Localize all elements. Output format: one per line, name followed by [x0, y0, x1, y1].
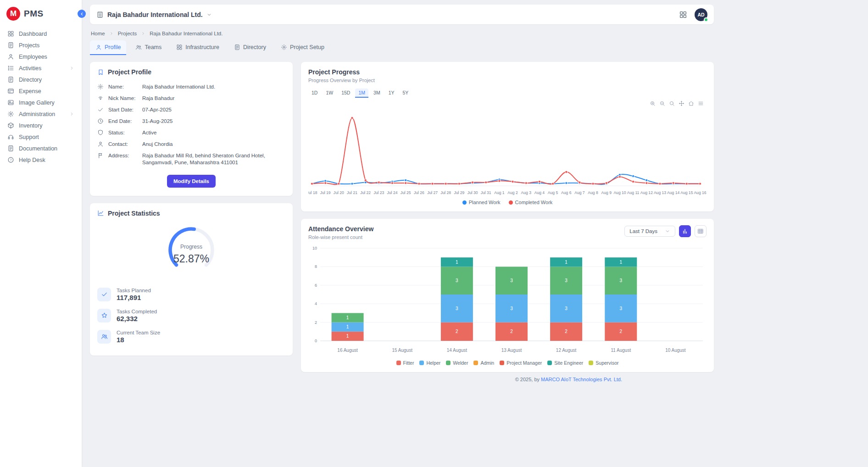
tab-label: Directory: [243, 44, 266, 50]
tab-project-setup[interactable]: Project Setup: [275, 40, 330, 55]
sidebar-item-inventory[interactable]: Inventory: [0, 120, 82, 131]
breadcrumb-home[interactable]: Home: [91, 31, 105, 36]
legend-label: Planned Work: [469, 200, 501, 205]
stat-label: Tasks Completed: [117, 309, 157, 314]
progress-line-chart[interactable]: Jul 18Jul 19Jul 20Jul 21Jul 22Jul 23Jul …: [308, 100, 707, 200]
app-logo[interactable]: M PMS: [0, 0, 82, 28]
progress-chart-legend: Planned WorkCompleted Work: [308, 200, 707, 205]
pan-icon[interactable]: [679, 100, 684, 106]
legend-item-welder[interactable]: Welder: [446, 360, 468, 366]
sidebar-item-help-desk[interactable]: ?Help Desk: [0, 154, 82, 166]
sidebar-item-directory[interactable]: Directory: [0, 74, 82, 85]
sidebar-item-image-gallery[interactable]: Image Gallery: [0, 97, 82, 108]
sidebar-item-expense[interactable]: Expense: [0, 85, 82, 97]
attendance-subtitle: Role-wise present count: [308, 234, 373, 240]
sidebar-item-support[interactable]: Support: [0, 131, 82, 143]
svg-text:2: 2: [315, 320, 317, 325]
user-avatar[interactable]: AD: [695, 8, 707, 21]
legend-item-planned-work[interactable]: Planned Work: [462, 200, 501, 205]
legend-item-project-manager[interactable]: Project Manager: [500, 360, 542, 366]
profile-fields: Name:Raja Bahadur International Ltd.Nick…: [97, 81, 285, 168]
breadcrumb-projects[interactable]: Projects: [118, 31, 137, 36]
sidebar-item-dashboard[interactable]: Dashboard: [0, 28, 82, 39]
apps-grid-button[interactable]: [679, 11, 687, 19]
content-grid: Project Profile Name:Raja Bahadur Intern…: [90, 62, 714, 372]
company-link[interactable]: MARCO AIoT Technologies Pvt. Ltd.: [541, 377, 622, 382]
menu-icon[interactable]: [698, 100, 704, 106]
stat-label: Current Team Size: [117, 330, 160, 335]
sidebar-collapse-button[interactable]: [78, 10, 86, 18]
range-1w-button[interactable]: 1W: [323, 89, 336, 98]
zoom-in-icon[interactable]: [650, 100, 656, 106]
sidebar-item-label: Administration: [19, 111, 55, 117]
legend-item-fitter[interactable]: Fitter: [396, 360, 414, 366]
svg-text:3: 3: [456, 278, 458, 283]
legend-marker: [419, 361, 424, 365]
company-switcher[interactable]: Raja Bahadur International Ltd.: [96, 11, 212, 18]
sidebar-item-activities[interactable]: Activities: [0, 62, 82, 74]
sidebar-item-employees[interactable]: Employees: [0, 51, 82, 62]
legend-marker: [462, 200, 467, 205]
svg-text:Jul 24: Jul 24: [387, 190, 398, 195]
svg-text:15 August: 15 August: [392, 348, 412, 353]
svg-text:3: 3: [565, 278, 568, 283]
sidebar-item-documentation[interactable]: Documentation: [0, 143, 82, 154]
legend-item-completed-work[interactable]: Completed Work: [509, 200, 553, 205]
range-1m-button[interactable]: 1M: [355, 89, 368, 98]
chevron-down-icon: [665, 228, 670, 234]
employees-icon: [7, 53, 14, 60]
svg-text:0: 0: [315, 339, 317, 343]
svg-text:Jul 20: Jul 20: [334, 190, 344, 195]
sidebar-item-projects[interactable]: Projects: [0, 39, 82, 51]
legend-item-helper[interactable]: Helper: [419, 360, 440, 366]
progress-gauge-arc: [164, 222, 219, 279]
sidebar-item-administration[interactable]: Administration: [0, 108, 82, 120]
copyright-text: © 2025, by: [515, 377, 541, 382]
range-5y-button[interactable]: 5Y: [399, 89, 412, 98]
projects-icon: [7, 42, 14, 49]
range-1y-button[interactable]: 1Y: [385, 89, 398, 98]
attendance-range-select[interactable]: Last 7 Days: [624, 226, 675, 237]
online-status-dot: [704, 17, 708, 22]
user-icon: [95, 44, 102, 50]
legend-marker: [396, 361, 401, 365]
modify-details-button[interactable]: Modify Details: [167, 175, 216, 188]
range-15d-button[interactable]: 15D: [338, 89, 353, 98]
svg-text:Jul 22: Jul 22: [360, 190, 371, 195]
directory-icon: [234, 44, 240, 50]
profile-field-contact: Contact:Anuj Chordia: [97, 139, 285, 150]
table-view-button[interactable]: [695, 225, 707, 237]
tab-label: Teams: [145, 44, 161, 50]
svg-text:Aug 4: Aug 4: [534, 190, 545, 195]
range-3m-button[interactable]: 3M: [370, 89, 384, 98]
sidebar-item-label: Inventory: [19, 122, 42, 129]
attendance-range-value: Last 7 Days: [629, 228, 657, 234]
range-1d-button[interactable]: 1D: [308, 89, 321, 98]
zoom-icon[interactable]: [669, 100, 675, 106]
svg-text:Jul 19: Jul 19: [320, 190, 331, 195]
zoom-out-icon[interactable]: [659, 100, 665, 106]
tab-profile[interactable]: Profile: [90, 40, 126, 55]
stat-value: 117,891: [117, 294, 151, 301]
svg-text:1: 1: [346, 324, 349, 329]
attendance-bar-chart[interactable]: 024681016 August11115 August14 August233…: [308, 244, 707, 360]
project-progress-subtitle: Progress Overview by Project: [308, 78, 707, 83]
tab-infrastructure[interactable]: Infrastructure: [171, 40, 225, 55]
legend-item-supervisor[interactable]: Supervisor: [589, 360, 618, 366]
legend-item-admin[interactable]: Admin: [473, 360, 494, 366]
home-icon[interactable]: [688, 100, 694, 106]
svg-text:Jul 30: Jul 30: [467, 190, 478, 195]
svg-text:Jul 18: Jul 18: [308, 190, 317, 195]
svg-text:?: ?: [10, 158, 12, 161]
sidebar-item-label: Directory: [19, 77, 42, 83]
legend-item-site-engineer[interactable]: Site Engineer: [547, 360, 583, 366]
bar-view-button[interactable]: [679, 225, 691, 237]
tab-teams[interactable]: Teams: [130, 40, 167, 55]
svg-text:1: 1: [620, 260, 623, 265]
progress-gauge-value: 52.87%: [164, 253, 219, 265]
tab-directory[interactable]: Directory: [228, 40, 272, 55]
field-value: Raja Bahadur: [142, 95, 174, 102]
svg-text:Aug 5: Aug 5: [548, 190, 558, 195]
svg-text:8: 8: [315, 264, 317, 269]
svg-text:3: 3: [456, 306, 458, 311]
